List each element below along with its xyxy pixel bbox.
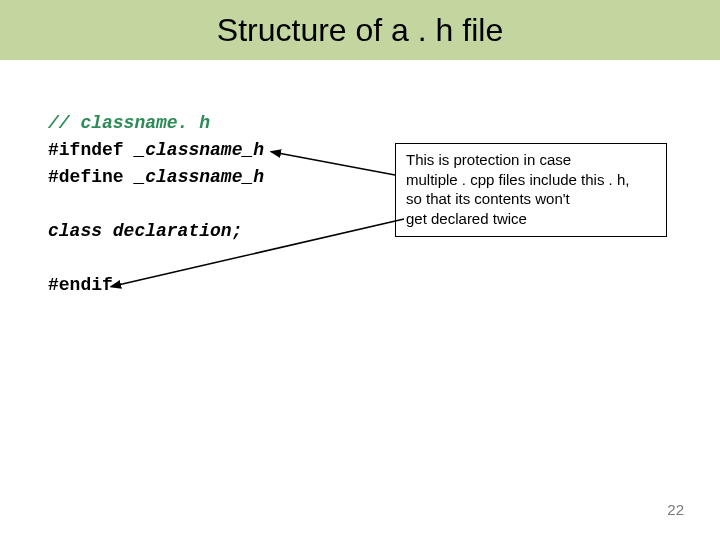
- code-comment: // classname. h: [48, 110, 264, 137]
- svg-line-0: [278, 153, 395, 175]
- title-bar: Structure of a . h file: [0, 0, 720, 60]
- define-directive: #define: [48, 167, 134, 187]
- arrow-top: [270, 145, 400, 185]
- code-block: // classname. h #ifndef _classname_h #de…: [48, 110, 264, 299]
- ifndef-directive: #ifndef: [48, 140, 134, 160]
- code-blank: [48, 191, 264, 218]
- ifndef-guard: _classname_h: [134, 140, 264, 160]
- code-blank2: [48, 245, 264, 272]
- code-endif: #endif: [48, 272, 264, 299]
- code-define: #define _classname_h: [48, 164, 264, 191]
- callout-line3: so that its contents won't: [406, 189, 656, 209]
- callout-box: This is protection in case multiple . cp…: [395, 143, 667, 237]
- callout-line1: This is protection in case: [406, 150, 656, 170]
- code-ifndef: #ifndef _classname_h: [48, 137, 264, 164]
- page-number: 22: [667, 501, 684, 518]
- callout-line2: multiple . cpp files include this . h,: [406, 170, 656, 190]
- code-class-decl: class declaration;: [48, 218, 264, 245]
- page-title: Structure of a . h file: [217, 12, 503, 49]
- callout-line4: get declared twice: [406, 209, 656, 229]
- define-guard: _classname_h: [134, 167, 264, 187]
